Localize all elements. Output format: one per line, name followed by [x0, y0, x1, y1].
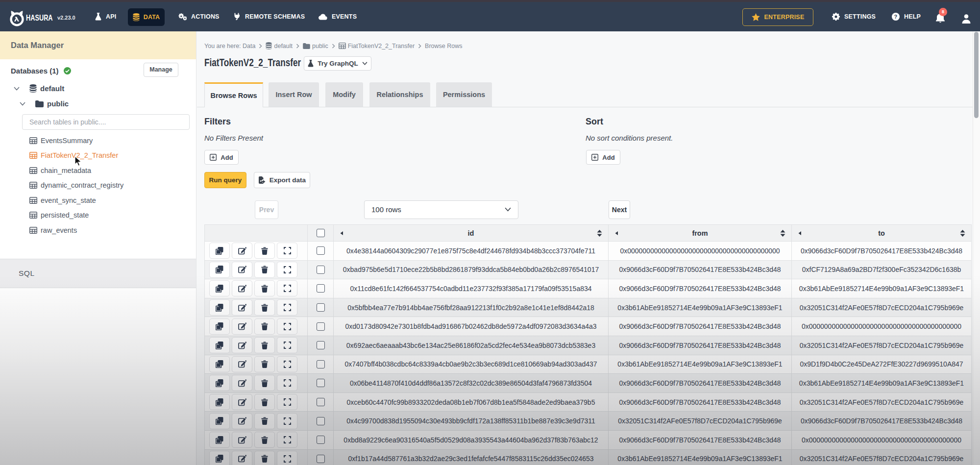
svg-text:?: ? [894, 14, 898, 20]
